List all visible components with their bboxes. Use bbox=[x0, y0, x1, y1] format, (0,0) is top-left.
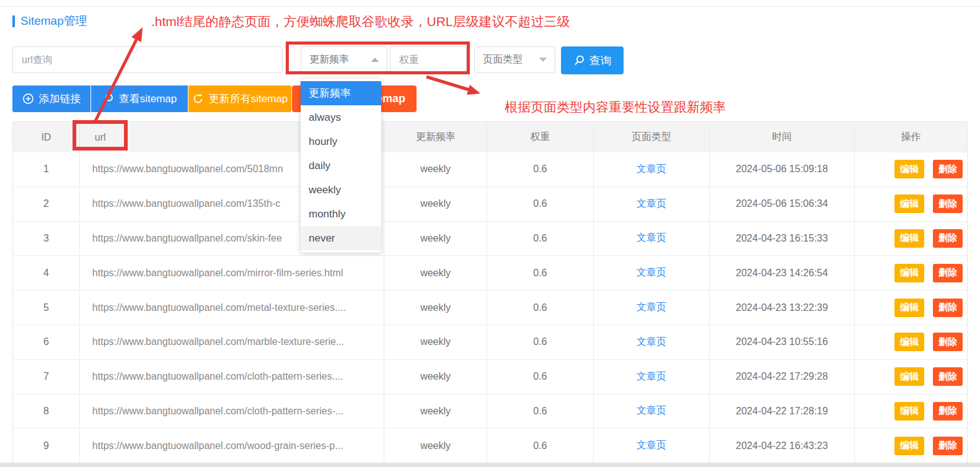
dropdown-item[interactable]: monthly bbox=[301, 202, 381, 226]
delete-button[interactable]: 删除 bbox=[933, 367, 963, 386]
cell-url: https://www.bangtuowallpanel.com/cloth-p… bbox=[80, 360, 384, 394]
dropdown-item[interactable]: daily bbox=[301, 154, 381, 178]
page-type-link[interactable]: 文章页 bbox=[637, 198, 666, 211]
cell-id: 7 bbox=[13, 360, 80, 394]
cell-page-type: 文章页 bbox=[594, 187, 710, 221]
dropdown-item[interactable]: 更新频率 bbox=[301, 81, 381, 105]
update-all-sitemap-button[interactable]: 更新所有sitemap bbox=[188, 85, 291, 112]
cell-page-type: 文章页 bbox=[594, 395, 710, 429]
page-type-link[interactable]: 文章页 bbox=[637, 232, 666, 245]
url-search-input[interactable] bbox=[12, 46, 283, 73]
frequency-select-value: 更新频率 bbox=[309, 53, 349, 66]
edit-button[interactable]: 编辑 bbox=[894, 437, 924, 455]
table-row: 1 https://www.bangtuowallpanel.com/5018m… bbox=[13, 152, 967, 187]
frequency-dropdown: 更新频率alwayshourlydailyweeklymonthlynever bbox=[301, 79, 381, 253]
table-row: 9 https://www.bangtuowallpanel.com/wood-… bbox=[13, 429, 967, 463]
delete-button[interactable]: 删除 bbox=[933, 437, 963, 455]
column-header-id: ID bbox=[13, 122, 80, 152]
weight-input[interactable] bbox=[390, 46, 467, 73]
add-link-button[interactable]: 添加链接 bbox=[12, 85, 90, 112]
cell-page-type: 文章页 bbox=[594, 256, 710, 290]
sitemap-table: ID url 更新频率 权重 页面类型 时间 操作 1 https://www.… bbox=[12, 121, 968, 463]
cell-time: 2024-04-23 16:15:33 bbox=[710, 222, 855, 256]
cell-page-type: 文章页 bbox=[594, 152, 710, 186]
edit-button[interactable]: 编辑 bbox=[894, 229, 924, 248]
cell-operations: 编辑 删除 bbox=[855, 290, 967, 325]
edit-button[interactable]: 编辑 bbox=[894, 402, 924, 421]
table-row: 7 https://www.bangtuowallpanel.com/cloth… bbox=[13, 360, 967, 395]
cell-frequency: weekly bbox=[384, 256, 487, 290]
cell-page-type: 文章页 bbox=[594, 222, 710, 256]
cell-url: https://www.bangtuowallpanel.com/wood-gr… bbox=[80, 429, 384, 463]
cell-page-type: 文章页 bbox=[594, 325, 710, 359]
annotation-frequency-note: 根据页面类型内容重要性设置跟新频率 bbox=[505, 98, 726, 116]
search-icon bbox=[102, 93, 114, 105]
edit-button[interactable]: 编辑 bbox=[894, 264, 924, 282]
cell-weight: 0.6 bbox=[487, 395, 594, 429]
delete-button[interactable]: 删除 bbox=[933, 194, 963, 213]
table-header: ID url 更新频率 权重 页面类型 时间 操作 bbox=[13, 122, 967, 152]
dropdown-item[interactable]: never bbox=[301, 226, 381, 250]
refresh-icon bbox=[192, 93, 204, 105]
cell-frequency: weekly bbox=[384, 187, 487, 221]
page-type-link[interactable]: 文章页 bbox=[637, 163, 666, 176]
page-type-select-value: 页面类型 bbox=[483, 53, 523, 66]
add-link-label: 添加链接 bbox=[39, 92, 81, 106]
edit-button[interactable]: 编辑 bbox=[894, 160, 924, 178]
cell-id: 9 bbox=[13, 429, 80, 463]
cell-id: 2 bbox=[13, 187, 80, 221]
delete-button[interactable]: 删除 bbox=[933, 264, 963, 282]
delete-button[interactable]: 删除 bbox=[933, 160, 963, 178]
cell-operations: 编辑 删除 bbox=[855, 256, 967, 290]
plus-circle-icon bbox=[22, 93, 34, 105]
cell-frequency: weekly bbox=[384, 290, 487, 325]
cell-id: 5 bbox=[13, 290, 80, 325]
delete-button[interactable]: 删除 bbox=[933, 229, 963, 248]
view-sitemap-button[interactable]: 查看sitemap bbox=[91, 85, 188, 112]
frequency-select[interactable]: 更新频率 bbox=[301, 46, 387, 73]
cell-operations: 编辑 删除 bbox=[855, 222, 967, 256]
dropdown-item[interactable]: hourly bbox=[301, 129, 381, 154]
delete-button[interactable]: 删除 bbox=[933, 299, 963, 317]
cell-id: 4 bbox=[13, 256, 80, 290]
page-type-select[interactable]: 页面类型 bbox=[474, 46, 555, 73]
page-type-link[interactable]: 文章页 bbox=[637, 404, 666, 417]
page-type-link[interactable]: 文章页 bbox=[637, 266, 666, 279]
column-header-weight: 权重 bbox=[487, 122, 594, 152]
delete-button[interactable]: 删除 bbox=[933, 333, 963, 351]
table-row: 4 https://www.bangtuowallpanel.com/mirro… bbox=[13, 256, 967, 290]
cell-weight: 0.6 bbox=[487, 290, 594, 325]
page-type-link[interactable]: 文章页 bbox=[637, 370, 666, 383]
cell-frequency: weekly bbox=[384, 395, 487, 429]
cell-page-type: 文章页 bbox=[594, 360, 710, 394]
top-divider bbox=[0, 6, 980, 7]
delete-button[interactable]: 删除 bbox=[933, 402, 963, 421]
table-body: 1 https://www.bangtuowallpanel.com/5018m… bbox=[13, 152, 967, 463]
cell-frequency: weekly bbox=[384, 152, 487, 186]
dropdown-item[interactable]: always bbox=[301, 105, 381, 129]
edit-button[interactable]: 编辑 bbox=[894, 333, 924, 351]
cell-weight: 0.6 bbox=[487, 152, 594, 186]
title-accent-bar bbox=[12, 15, 15, 27]
cell-operations: 编辑 删除 bbox=[855, 360, 967, 394]
column-header-time: 时间 bbox=[710, 122, 855, 152]
page-type-link[interactable]: 文章页 bbox=[637, 336, 666, 349]
page-type-link[interactable]: 文章页 bbox=[637, 301, 666, 314]
cell-time: 2024-04-22 16:43:23 bbox=[710, 429, 855, 463]
edit-button[interactable]: 编辑 bbox=[894, 194, 924, 213]
cell-weight: 0.6 bbox=[487, 187, 594, 221]
cell-operations: 编辑 删除 bbox=[855, 395, 967, 429]
cell-url: https://www.bangtuowallpanel.com/metal-t… bbox=[80, 290, 384, 325]
dropdown-item[interactable]: weekly bbox=[301, 178, 381, 202]
edit-button[interactable]: 编辑 bbox=[894, 299, 924, 317]
cell-weight: 0.6 bbox=[487, 429, 594, 463]
search-icon bbox=[573, 55, 585, 66]
cell-frequency: weekly bbox=[384, 222, 487, 256]
edit-button[interactable]: 编辑 bbox=[894, 367, 924, 386]
annotation-top: .html结尾的静态页面，方便蜘蛛爬取谷歌收录，URL层级建议不超过三级 bbox=[151, 13, 570, 30]
query-button[interactable]: 查询 bbox=[561, 46, 624, 74]
page-title: Sitemap管理 bbox=[20, 13, 87, 29]
page-type-link[interactable]: 文章页 bbox=[637, 439, 666, 452]
chevron-up-icon bbox=[371, 58, 379, 62]
cell-time: 2024-05-06 15:09:18 bbox=[710, 152, 855, 186]
